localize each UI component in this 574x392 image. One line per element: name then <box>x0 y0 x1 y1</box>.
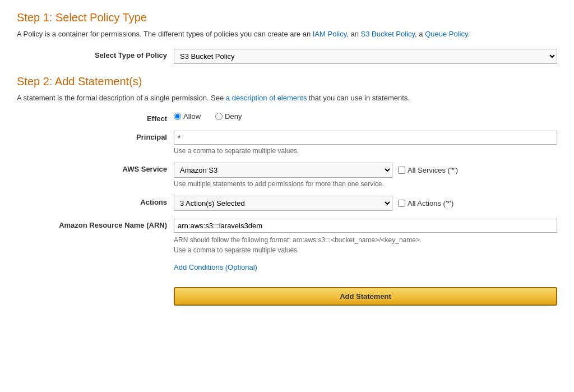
add-statement-spacer <box>50 287 174 289</box>
all-actions-label[interactable]: All Actions ('*') <box>398 199 453 207</box>
effect-label: Effect <box>50 112 174 123</box>
all-services-text: All Services ('*') <box>408 166 458 174</box>
actions-label: Actions <box>50 196 174 206</box>
aws-service-hint: Use multiple statements to add permissio… <box>174 180 557 188</box>
aws-service-select[interactable]: Amazon S3 Amazon EC2 Amazon DynamoDB <box>174 163 392 178</box>
actions-select[interactable]: 3 Action(s) Selected GetObject PutObject… <box>174 196 392 211</box>
step1-description: A Policy is a container for permissions.… <box>17 29 557 40</box>
add-statement-row: Add Statement <box>50 287 557 306</box>
arn-content: ARN should follow the following format: … <box>174 219 557 255</box>
arn-hint: ARN should follow the following format: … <box>174 235 557 255</box>
actions-inline: 3 Action(s) Selected GetObject PutObject… <box>174 196 557 211</box>
step2-form: Effect Allow Deny Principal <box>50 112 557 306</box>
effect-options: Allow Deny <box>174 112 557 121</box>
step2-title: Step 2: Add Statement(s) <box>17 75 557 88</box>
actions-content: 3 Action(s) Selected GetObject PutObject… <box>174 196 557 211</box>
all-actions-checkbox[interactable] <box>398 200 405 207</box>
policy-type-row: Select Type of Policy S3 Bucket Policy I… <box>50 49 557 64</box>
effect-allow-label[interactable]: Allow <box>174 112 201 121</box>
conditions-spacer <box>50 263 174 265</box>
step1-title: Step 1: Select Policy Type <box>17 11 557 24</box>
step1-form: Select Type of Policy S3 Bucket Policy I… <box>50 49 557 64</box>
principal-hint: Use a comma to separate multiple values. <box>174 147 557 155</box>
policy-type-label: Select Type of Policy <box>50 49 174 59</box>
principal-row: Principal Use a comma to separate multip… <box>50 131 557 155</box>
principal-label: Principal <box>50 131 174 141</box>
aws-service-row: AWS Service Amazon S3 Amazon EC2 Amazon … <box>50 163 557 188</box>
arn-input[interactable] <box>174 219 557 233</box>
effect-content: Allow Deny <box>174 112 557 121</box>
principal-input[interactable] <box>174 131 557 145</box>
policy-type-content: S3 Bucket Policy IAM Policy Queue Policy <box>174 49 557 64</box>
aws-service-content: Amazon S3 Amazon EC2 Amazon DynamoDB All… <box>174 163 557 188</box>
arn-hint2: Use a comma to separate multiple values. <box>174 246 299 254</box>
effect-allow-text: Allow <box>183 112 201 121</box>
policy-type-select[interactable]: S3 Bucket Policy IAM Policy Queue Policy <box>174 49 557 64</box>
principal-content: Use a comma to separate multiple values. <box>174 131 557 155</box>
effect-allow-radio[interactable] <box>174 113 181 120</box>
effect-deny-label[interactable]: Deny <box>215 112 242 121</box>
step2-section: Step 2: Add Statement(s) A statement is … <box>17 75 557 306</box>
step2-description: A statement is the formal description of… <box>17 93 557 104</box>
actions-row: Actions 3 Action(s) Selected GetObject P… <box>50 196 557 211</box>
arn-label: Amazon Resource Name (ARN) <box>50 219 174 229</box>
step1-section: Step 1: Select Policy Type A Policy is a… <box>17 11 557 64</box>
effect-deny-radio[interactable] <box>215 113 223 120</box>
arn-hint1: ARN should follow the following format: … <box>174 236 422 244</box>
iam-policy-link[interactable]: IAM Policy <box>313 30 346 38</box>
all-services-checkbox[interactable] <box>398 167 405 174</box>
add-conditions-link[interactable]: Add Conditions (Optional) <box>174 263 557 271</box>
arn-row: Amazon Resource Name (ARN) ARN should fo… <box>50 219 557 255</box>
all-actions-text: All Actions ('*') <box>408 199 453 207</box>
queue-policy-link[interactable]: Queue Policy <box>425 30 467 38</box>
conditions-row: Add Conditions (Optional) <box>50 263 557 279</box>
conditions-content: Add Conditions (Optional) <box>174 263 557 279</box>
effect-deny-text: Deny <box>225 112 242 121</box>
aws-service-inline: Amazon S3 Amazon EC2 Amazon DynamoDB All… <box>174 163 557 178</box>
elements-description-link[interactable]: a description of elements <box>226 94 307 102</box>
add-statement-content: Add Statement <box>174 287 557 306</box>
all-services-label[interactable]: All Services ('*') <box>398 166 458 174</box>
s3-bucket-policy-link[interactable]: S3 Bucket Policy <box>360 30 415 38</box>
effect-row: Effect Allow Deny <box>50 112 557 123</box>
add-statement-button[interactable]: Add Statement <box>174 287 557 306</box>
aws-service-label: AWS Service <box>50 163 174 173</box>
